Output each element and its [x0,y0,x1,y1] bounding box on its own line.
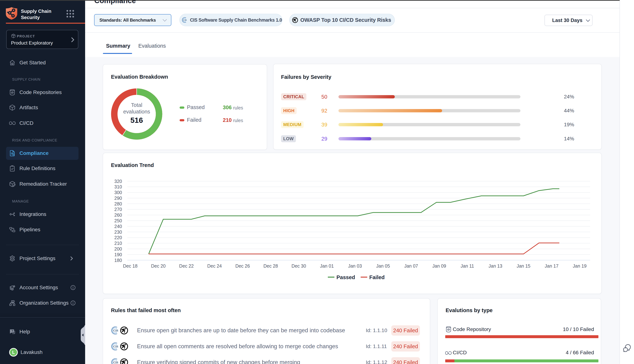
svg-text:evaluations: evaluations [123,109,150,114]
svg-text:Dec 28: Dec 28 [263,264,278,268]
svg-text:Dec 24: Dec 24 [207,264,222,268]
svg-text:240: 240 [114,224,122,229]
svg-text:290: 290 [114,196,122,201]
svg-text:310: 310 [114,184,122,189]
svg-text:Jan 03: Jan 03 [348,264,362,268]
svg-text:Dec 22: Dec 22 [179,264,194,268]
svg-text:230: 230 [114,230,122,234]
svg-text:Jan 13: Jan 13 [489,264,502,268]
svg-text:Jan 01: Jan 01 [320,264,334,268]
svg-text:300: 300 [114,190,122,195]
svg-text:Jan 05: Jan 05 [376,264,390,268]
svg-text:210: 210 [114,241,122,246]
svg-text:Jan 09: Jan 09 [432,264,446,268]
svg-text:Jan 19: Jan 19 [573,264,586,268]
svg-text:Passed: Passed [337,274,355,280]
svg-text:250: 250 [114,218,122,223]
svg-text:220: 220 [114,235,122,240]
svg-text:190: 190 [114,252,122,257]
svg-text:Dec 30: Dec 30 [291,264,306,268]
svg-text:Failed: Failed [369,274,385,280]
svg-text:Jan 11: Jan 11 [461,264,474,268]
svg-text:320: 320 [114,179,122,184]
svg-text:Total: Total [131,102,142,108]
svg-text:Jan 07: Jan 07 [404,264,418,268]
svg-text:200: 200 [114,246,122,252]
svg-text:270: 270 [114,207,122,212]
svg-text:Jan 17: Jan 17 [545,264,558,268]
svg-text:516: 516 [130,116,143,124]
svg-text:Dec 26: Dec 26 [235,264,250,268]
svg-text:?: ? [12,330,13,332]
svg-text:260: 260 [114,212,122,218]
svg-text:280: 280 [114,201,122,206]
svg-text:Dec 20: Dec 20 [151,264,165,268]
svg-text:180: 180 [114,258,122,263]
svg-text:Dec 18: Dec 18 [123,264,137,268]
svg-text:Jan 15: Jan 15 [517,264,530,268]
